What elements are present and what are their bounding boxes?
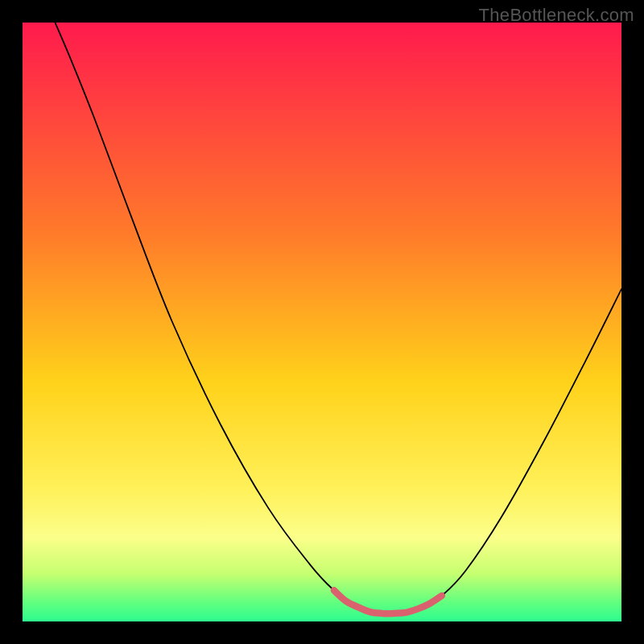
plot-area [23, 23, 621, 621]
chart-frame: TheBottleneck.com [0, 0, 644, 644]
gradient-background [23, 23, 621, 621]
watermark-text: TheBottleneck.com [479, 5, 634, 26]
chart-svg [23, 23, 621, 621]
